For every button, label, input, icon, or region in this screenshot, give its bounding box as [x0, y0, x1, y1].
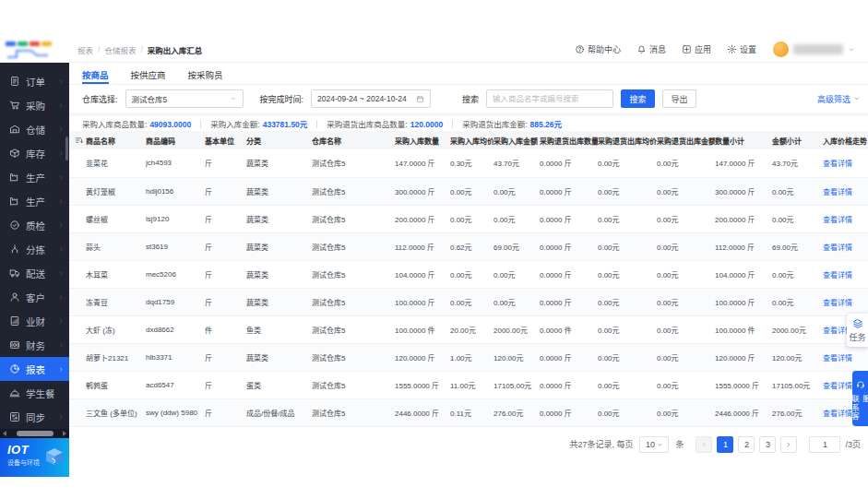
column-settings-cell[interactable]: [69, 131, 86, 149]
sidebar-item-1[interactable]: 采购: [0, 93, 69, 117]
scrollbar-thumb[interactable]: [17, 431, 54, 436]
headset-icon: [856, 380, 865, 389]
view-details-link[interactable]: 查看详情: [823, 382, 852, 390]
sidebar-item-12[interactable]: 报表: [0, 357, 69, 381]
page-button-1[interactable]: 1: [717, 436, 733, 453]
view-details-link[interactable]: 查看详情: [823, 160, 852, 168]
sidebar-item-label: 质检: [26, 219, 53, 232]
gear-icon: [727, 44, 737, 54]
table-row: 蒜头st3619斤蔬菜类测试仓库5112.0000 斤0.62元69.00元0.…: [69, 232, 868, 260]
header-action-2[interactable]: 应用: [682, 43, 711, 55]
tab-2[interactable]: 按采购员: [188, 68, 223, 84]
contact-service-button[interactable]: 联系客服: [852, 371, 868, 426]
sidebar-item-10[interactable]: 业财: [0, 309, 69, 333]
sidebar-item-11[interactable]: 财务: [0, 333, 69, 357]
search-button[interactable]: 搜索: [621, 89, 655, 108]
header-action-3[interactable]: 设置: [727, 43, 756, 55]
column-header-12: 金额小计: [772, 131, 823, 149]
sidebar-item-14[interactable]: 同步: [0, 405, 69, 429]
tab-label: 按供应商: [131, 70, 166, 80]
search-input[interactable]: [486, 89, 613, 108]
page-button-2[interactable]: 2: [738, 436, 755, 453]
tab-1[interactable]: 按供应商: [131, 68, 166, 84]
cell: acd6547: [146, 371, 205, 398]
page-button-3[interactable]: 3: [759, 436, 776, 453]
chevron-right-icon: [58, 246, 65, 253]
sidebar-item-0[interactable]: 订单: [0, 69, 69, 93]
cell: 测试仓库5: [312, 149, 395, 177]
summary-label: 采购退货出库金额:: [462, 120, 527, 129]
sidebar-horizontal-scrollbar[interactable]: [0, 429, 69, 438]
logo-bars: [6, 42, 63, 46]
view-details-link[interactable]: 查看详情: [823, 244, 852, 252]
cell: 测试仓库5: [312, 371, 395, 398]
tab-0[interactable]: 按商品: [82, 68, 109, 84]
view-details-link[interactable]: 查看详情: [823, 299, 852, 307]
header-action-0[interactable]: 帮助中心: [575, 43, 621, 55]
advanced-filter-toggle[interactable]: 高级筛选: [817, 93, 861, 105]
chevron-right-icon: [58, 126, 65, 133]
sidebar-item-2[interactable]: 仓储: [0, 117, 69, 141]
cell: 120.00元: [493, 343, 540, 371]
view-details-link[interactable]: 查看详情: [823, 271, 852, 279]
cell: 0.00元: [772, 260, 823, 288]
view-details-link[interactable]: 查看详情: [823, 188, 852, 196]
sidebar-item-9[interactable]: 客户: [0, 285, 69, 309]
warehouse-select[interactable]: 测试仓库5: [125, 89, 244, 108]
sidebar-item-label: 同步: [26, 410, 53, 424]
cell: dxd8662: [146, 315, 205, 343]
cell: 0.0000 斤: [540, 149, 598, 177]
sidebar-item-5[interactable]: 生产: [0, 189, 69, 213]
avatar[interactable]: [773, 42, 789, 57]
sidebar-item-4[interactable]: 生产: [0, 165, 69, 189]
sidebar-item-6[interactable]: 质检: [0, 213, 69, 237]
main-content: 按商品按供应商按采购员 仓库选择: 测试仓库5 按完成时间: 2024-09-2…: [69, 63, 868, 499]
cell: 0.00元: [598, 177, 657, 205]
chevron-down-icon: [853, 95, 861, 102]
cell: 100.0000 斤: [715, 288, 772, 315]
cell: 木耳菜: [86, 260, 146, 288]
view-details-link[interactable]: 查看详情: [823, 354, 852, 362]
cell: 120.0000 斤: [715, 343, 772, 371]
warehouse-select-value: 测试仓库5: [132, 93, 226, 104]
cell: 蔬菜类: [246, 232, 312, 260]
view-details-link[interactable]: 查看详情: [823, 410, 852, 418]
cell: 螺丝椒: [86, 205, 146, 232]
summary-item-0: 采购入库商品数量:49093.0000: [82, 118, 191, 129]
page-size-select[interactable]: 10: [639, 436, 669, 453]
cell: 2000.00元: [493, 315, 540, 343]
cell: 200.0000 斤: [395, 205, 450, 232]
summary-value: 885.26元: [530, 120, 563, 129]
sync-icon: [9, 411, 20, 422]
column-header-5: 采购入库数量: [395, 131, 450, 149]
page-jump-input[interactable]: 1: [809, 436, 840, 453]
export-button[interactable]: 导出: [662, 89, 696, 108]
sidebar-item-7[interactable]: 分拣: [0, 237, 69, 261]
pagination-total-text: 共27条记录, 每页: [569, 438, 633, 450]
scroll-left-arrow-icon[interactable]: [3, 431, 6, 436]
chevron-right-icon: [58, 222, 65, 229]
date-range-picker[interactable]: 2024-09-24 ~ 2024-10-24: [311, 89, 431, 108]
order-icon: [9, 76, 20, 87]
view-details-link[interactable]: 查看详情: [823, 216, 852, 224]
user-menu[interactable]: [773, 42, 855, 58]
sidebar-item-13[interactable]: 学生餐: [0, 381, 69, 405]
header-action-1[interactable]: 消息: [636, 43, 666, 55]
breadcrumb-item-1[interactable]: 仓储报表: [104, 44, 136, 55]
sidebar-vertical-scrollbar[interactable]: [65, 137, 68, 160]
header-action-label: 消息: [649, 43, 666, 55]
task-float-button[interactable]: 任务: [847, 314, 868, 347]
cell: 43.70元: [772, 149, 823, 177]
breadcrumb-item-0[interactable]: 报表: [77, 44, 93, 55]
column-header-1: 商品编码: [146, 131, 205, 149]
scroll-right-arrow-icon[interactable]: [63, 431, 66, 436]
sidebar-item-3[interactable]: 库存: [0, 141, 69, 165]
sidebar-item-8[interactable]: 配送: [0, 261, 69, 285]
prev-page-button[interactable]: [696, 436, 712, 453]
chevron-right-icon: [58, 270, 65, 277]
sidebar-item-label: 生产: [26, 171, 53, 184]
next-page-button[interactable]: [780, 436, 797, 453]
breadcrumb-item-2: 采购出入库汇总: [148, 44, 203, 55]
summary-divider: [316, 120, 317, 128]
iot-banner[interactable]: IOT 设备与环境: [0, 438, 69, 477]
